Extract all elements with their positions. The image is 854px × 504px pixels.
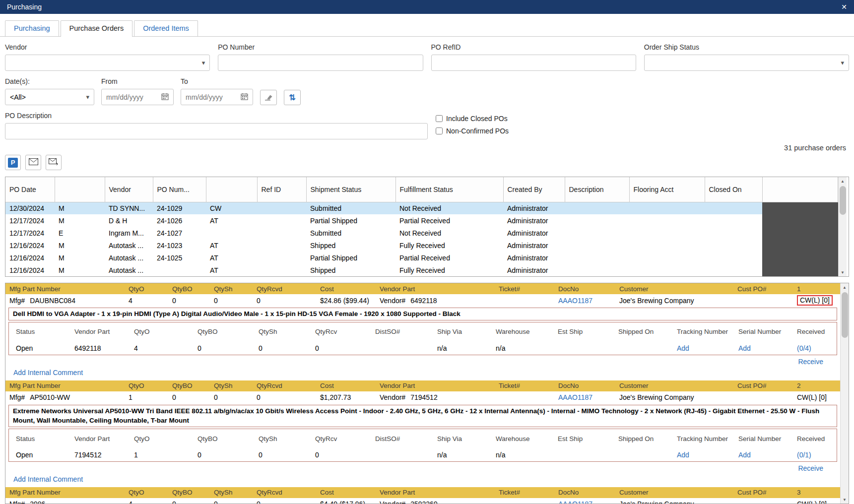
col-type[interactable]	[55, 177, 105, 202]
cell-type: M	[55, 214, 105, 227]
line-item-row: Mfg#3986 4 0 0 0 $4.49 ($17.96) Vendor#3…	[5, 498, 840, 504]
non-confirmed-pos-option[interactable]: Non-Confirmed POs	[436, 127, 509, 135]
col-est-ship: Est Ship	[558, 435, 618, 443]
cell-type: M	[55, 202, 105, 214]
col-mfg-part-number: Mfg Part Number	[9, 285, 129, 293]
col-ref-id[interactable]: Ref ID	[257, 177, 306, 202]
tab-purchasing[interactable]: Purchasing	[5, 20, 59, 36]
table-row[interactable]: 12/16/2024 M Autotask ... 24-1023 AT Shi…	[5, 239, 838, 252]
line-item-row: Mfg#AP5010-WW 1 0 0 0 $1,207.73 Vendor#7…	[5, 391, 840, 404]
col-vendor[interactable]: Vendor	[105, 177, 153, 202]
from-date-input[interactable]: mm/dd/yyyy	[101, 89, 174, 105]
table-row[interactable]: 12/17/2024 M D & H 24-1026 AT Partial Sh…	[5, 214, 838, 227]
cell-po-num: 24-1029	[153, 202, 206, 214]
scrollbar-thumb[interactable]	[840, 186, 846, 215]
col-shipment-status[interactable]: Shipment Status	[306, 177, 395, 202]
line-item-row: Mfg#DAUBNBC084 4 0 0 0 $24.86 ($99.44) V…	[5, 294, 840, 307]
add-tracking-link[interactable]: Add	[677, 451, 689, 459]
col-shipped-on: Shipped On	[618, 435, 677, 443]
cell-closed-on	[705, 264, 762, 276]
cell-ref-id	[257, 202, 306, 214]
scrollbar-thumb[interactable]	[842, 292, 848, 338]
scroll-down-icon[interactable]: ▼	[839, 268, 847, 276]
docno-link[interactable]: AAAO1187	[558, 500, 592, 504]
detail-scrollbar[interactable]: ▲ ▼	[840, 283, 849, 504]
po-description-input[interactable]	[5, 123, 428, 139]
include-closed-pos-checkbox[interactable]	[436, 115, 443, 122]
cell-po-date: 12/17/2024	[5, 214, 55, 227]
shipment-detail-table: Status Vendor Part QtyO QtyBO QtySh QtyR…	[8, 429, 837, 462]
col-source[interactable]	[206, 177, 257, 202]
scroll-up-icon[interactable]: ▲	[839, 177, 847, 185]
po-refid-input[interactable]	[431, 55, 636, 71]
table-row[interactable]: 12/17/2024 E Ingram M... 24-1027 Submitt…	[5, 227, 838, 239]
cell-shipment-status: Submitted	[306, 227, 395, 239]
col-fulfillment-status[interactable]: Fulfillment Status	[395, 177, 503, 202]
cell-po-num: 24-1025	[153, 252, 206, 264]
highlight-box: CW(L) [0]	[797, 295, 833, 306]
tab-purchase-orders[interactable]: Purchase Orders	[61, 20, 133, 37]
col-vendor-part: Vendor Part	[74, 328, 134, 336]
col-po-date[interactable]: PO Date	[5, 177, 55, 202]
clear-filters-button[interactable]	[260, 90, 277, 105]
email-button[interactable]	[25, 155, 41, 170]
table-row[interactable]: 12/16/2024 M Autotask ... AT Shipped Ful…	[5, 264, 838, 276]
cw-link[interactable]: CW(L) [0]	[800, 296, 830, 304]
col-warehouse: Warehouse	[496, 435, 558, 443]
received-count-link[interactable]: (0/1)	[797, 451, 811, 459]
add-internal-comment-link[interactable]: Add Internal Comment	[13, 475, 83, 483]
receive-link[interactable]: Receive	[798, 358, 823, 366]
cell-type: M	[55, 264, 105, 276]
cell-po-num: 24-1027	[153, 227, 206, 239]
vendor-part-number: 6492118	[410, 297, 437, 305]
col-qtybo: QtyBO	[172, 285, 214, 293]
cell-fulfillment-status: Fully Received	[395, 264, 503, 276]
warehouse-value: n/a	[496, 344, 558, 352]
dates-select[interactable]: <All> ▾	[5, 89, 94, 105]
cell-source: AT	[206, 264, 257, 276]
cw-link[interactable]: CW(L) [0]	[797, 393, 827, 401]
add-serial-link[interactable]: Add	[738, 344, 751, 352]
docno-link[interactable]: AAAO1187	[558, 297, 592, 305]
scroll-up-icon[interactable]: ▲	[841, 283, 849, 291]
po-table-scrollbar[interactable]: ▲ ▼	[838, 177, 847, 276]
mfg-part-number: DAUBNBC084	[30, 297, 75, 305]
calendar-icon[interactable]	[161, 93, 169, 102]
purchase-orders-table: PO Date Vendor PO Num... Ref ID Shipment…	[5, 177, 849, 277]
col-cost: Cost	[320, 382, 380, 389]
scroll-down-icon[interactable]: ▼	[841, 496, 849, 504]
cell-po-date: 12/30/2024	[5, 202, 55, 214]
col-vendor-part: Vendor Part	[380, 489, 499, 496]
include-closed-pos-option[interactable]: Include Closed POs	[436, 115, 509, 123]
vendor-select[interactable]: ▾	[5, 55, 210, 71]
received-count-link[interactable]: (0/4)	[797, 344, 811, 352]
add-internal-comment-link[interactable]: Add Internal Comment	[13, 369, 83, 377]
refresh-button[interactable]: ⇅	[284, 90, 301, 105]
tab-ordered-items[interactable]: Ordered Items	[134, 20, 198, 36]
col-qtysh: QtySh	[214, 489, 257, 496]
cw-link[interactable]: CW(L) [0]	[797, 500, 827, 504]
add-serial-link[interactable]: Add	[738, 451, 751, 459]
email-forward-icon	[49, 158, 59, 167]
po-document-button[interactable]: P	[5, 155, 21, 170]
to-date-input[interactable]: mm/dd/yyyy	[181, 89, 253, 105]
email-forward-button[interactable]	[46, 155, 62, 170]
table-row[interactable]: 12/16/2024 M Autotask ... 24-1025 AT Par…	[5, 252, 838, 264]
order-ship-status-select[interactable]: ▾	[644, 55, 849, 71]
col-description[interactable]: Description	[565, 177, 629, 202]
col-closed-on[interactable]: Closed On	[705, 177, 762, 202]
receive-link[interactable]: Receive	[798, 464, 823, 472]
col-flooring-acct[interactable]: Flooring Acct	[629, 177, 705, 202]
table-row[interactable]: 12/30/2024 M TD SYNN... 24-1029 CW Submi…	[5, 202, 838, 214]
po-number-input[interactable]	[218, 55, 423, 71]
calendar-icon[interactable]	[241, 93, 248, 102]
col-created-by[interactable]: Created By	[503, 177, 565, 202]
col-po-num[interactable]: PO Num...	[153, 177, 206, 202]
col-serial-number: Serial Number	[738, 435, 797, 443]
close-icon[interactable]: ✕	[841, 3, 847, 10]
docno-link[interactable]: AAAO1187	[558, 393, 592, 401]
non-confirmed-pos-checkbox[interactable]	[436, 127, 443, 134]
cell-created-by: Administrator	[503, 202, 565, 214]
col-docno: DocNo	[558, 285, 619, 293]
add-tracking-link[interactable]: Add	[677, 344, 689, 352]
